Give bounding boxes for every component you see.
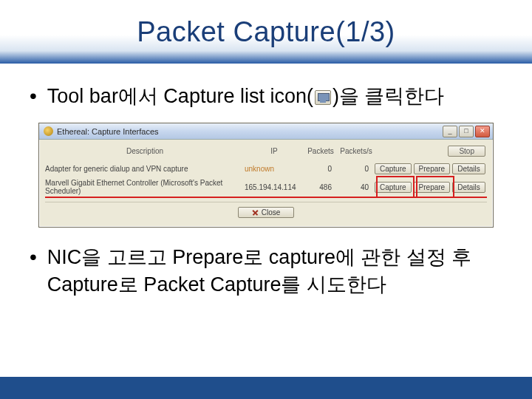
bullet-1-part-b: )을 클릭한다 (332, 85, 445, 107)
row0-packets: 0 (304, 165, 338, 173)
bullet-2-text: NIC을 고르고 Prepare로 capture에 관한 설정 후 Captu… (47, 244, 502, 298)
header-ip: IP (245, 147, 304, 155)
close-button[interactable]: Close (238, 207, 295, 218)
row1-description: Marvell Gigabit Ethernet Controller (Mic… (45, 179, 245, 195)
column-headers: Description IP Packets Packets/s Stop (45, 144, 487, 161)
row0-description: Adapter for generic dialup and VPN captu… (45, 165, 245, 173)
row1-capture-button[interactable]: Capture (375, 182, 412, 193)
bullet-dot: • (30, 244, 37, 270)
bullet-1-text: Tool bar에서 Capture list icon()을 클릭한다 (47, 83, 445, 109)
bullet-1: • Tool bar에서 Capture list icon()을 클릭한다 (30, 83, 502, 109)
dialog-body: Description IP Packets Packets/s Stop Ad… (39, 140, 493, 227)
dialog-footer: Close (45, 202, 487, 224)
stop-button[interactable]: Stop (448, 146, 485, 157)
bullet-2: • NIC을 고르고 Prepare로 capture에 관한 설정 후 Cap… (30, 244, 502, 298)
maximize-button[interactable]: □ (459, 126, 474, 137)
window-close-button[interactable]: ✕ (475, 126, 490, 137)
header-description: Description (45, 147, 245, 155)
row1-details-button[interactable]: Details (452, 182, 485, 193)
header-packets: Packets (304, 147, 338, 155)
capture-list-icon (315, 90, 331, 105)
row1-prepare-button[interactable]: Prepare (414, 182, 451, 193)
row1-ip: 165.194.14.114 (245, 183, 304, 191)
row0-details-button[interactable]: Details (452, 163, 485, 174)
header-pps: Packets/s (338, 147, 375, 155)
close-icon (252, 209, 259, 216)
dialog-screenshot: Ethereal: Capture Interfaces _ □ ✕ Descr… (38, 123, 494, 228)
bullet-1-part-a: Tool bar에서 Capture list icon( (47, 85, 313, 107)
window-title: Ethereal: Capture Interfaces (57, 127, 441, 136)
row0-pps: 0 (338, 165, 375, 173)
page-title: Packet Capture(1/3) (137, 16, 395, 48)
slide-body: • Tool bar에서 Capture list icon()을 클릭한다 E… (0, 64, 532, 298)
row0-prepare-button[interactable]: Prepare (414, 163, 451, 174)
interface-row-1: Marvell Gigabit Ethernet Controller (Mic… (45, 177, 487, 197)
minimize-button[interactable]: _ (443, 126, 457, 137)
row0-capture-button[interactable]: Capture (375, 163, 412, 174)
row1-pps: 40 (338, 183, 375, 191)
bullet-dot: • (30, 83, 37, 109)
row1-packets: 486 (304, 183, 338, 191)
highlight-underline (45, 197, 487, 198)
app-icon (44, 126, 53, 136)
window-titlebar: Ethereal: Capture Interfaces _ □ ✕ (39, 123, 493, 140)
close-button-label: Close (262, 208, 281, 216)
title-band: Packet Capture(1/3) (0, 0, 532, 64)
footer-bar (0, 377, 532, 399)
capture-interfaces-window: Ethereal: Capture Interfaces _ □ ✕ Descr… (38, 123, 494, 228)
row0-ip: unknown (245, 165, 304, 173)
interface-row-0: Adapter for generic dialup and VPN captu… (45, 161, 487, 177)
